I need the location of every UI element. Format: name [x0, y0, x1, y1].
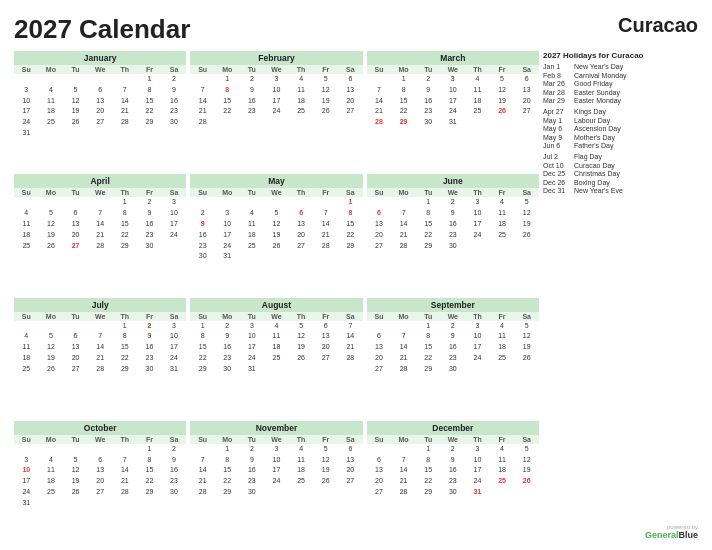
day-header-mo: Mo — [391, 65, 416, 74]
day-cell: 28 — [313, 240, 338, 251]
month-header-may: May — [190, 174, 362, 188]
holiday-name: Curacao Day — [574, 162, 615, 169]
day-cell — [39, 498, 64, 509]
day-cell: 24 — [465, 476, 490, 487]
day-cell — [289, 487, 314, 498]
day-cell: 24 — [441, 106, 466, 117]
day-cell: 30 — [416, 117, 441, 128]
day-header-fr: Fr — [137, 312, 162, 321]
day-cell — [137, 498, 162, 509]
day-cell: 29 — [137, 487, 162, 498]
day-cell: 12 — [490, 85, 515, 96]
day-cell — [338, 251, 363, 262]
day-cell: 28 — [190, 117, 215, 128]
day-cell: 4 — [289, 74, 314, 85]
day-cell: 25 — [14, 240, 39, 251]
day-header-sa: Sa — [162, 435, 187, 444]
day-header-su: Su — [14, 312, 39, 321]
day-cell: 24 — [14, 487, 39, 498]
day-cell: 3 — [14, 85, 39, 96]
day-cell: 18 — [289, 96, 314, 107]
day-cell: 5 — [39, 331, 64, 342]
day-cell: 22 — [190, 353, 215, 364]
day-cell: 24 — [240, 353, 265, 364]
day-header-su: Su — [367, 435, 392, 444]
month-header-september: September — [367, 298, 539, 312]
day-cell: 14 — [313, 219, 338, 230]
day-cell: 26 — [289, 353, 314, 364]
day-cell: 18 — [14, 230, 39, 241]
holiday-name: Kings Day — [574, 108, 606, 115]
day-cell: 9 — [162, 455, 187, 466]
day-cell: 10 — [465, 331, 490, 342]
holiday-item: Apr 27Kings Day — [543, 108, 698, 115]
day-cell: 28 — [112, 487, 137, 498]
day-cell: 25 — [490, 353, 515, 364]
holiday-item: Jan 1New Year's Day — [543, 63, 698, 70]
day-cell: 21 — [391, 230, 416, 241]
day-cell: 15 — [338, 219, 363, 230]
day-cell: 3 — [240, 321, 265, 332]
month-june: JuneSuMoTuWeThFrSa1234567891011121314151… — [367, 174, 539, 293]
day-cell: 17 — [264, 96, 289, 107]
day-header-th: Th — [112, 188, 137, 197]
day-header-th: Th — [465, 65, 490, 74]
day-cell: 12 — [63, 465, 88, 476]
day-cell — [112, 444, 137, 455]
day-cell: 1 — [190, 321, 215, 332]
day-cell: 30 — [162, 487, 187, 498]
day-cell: 10 — [465, 208, 490, 219]
day-cell: 22 — [416, 476, 441, 487]
day-cell: 10 — [14, 96, 39, 107]
day-cell: 8 — [215, 455, 240, 466]
day-cell: 28 — [88, 240, 113, 251]
day-cell: 8 — [391, 85, 416, 96]
day-cell: 21 — [88, 353, 113, 364]
day-cell: 10 — [162, 208, 187, 219]
day-header-su: Su — [367, 312, 392, 321]
day-cell — [240, 251, 265, 262]
day-cell — [215, 197, 240, 208]
day-headers-row: SuMoTuWeThFrSa — [367, 312, 539, 321]
day-cell: 17 — [14, 106, 39, 117]
day-cell — [88, 498, 113, 509]
holidays-container: Jan 1New Year's DayFeb 8Carnival MondayM… — [543, 63, 698, 194]
day-cell: 24 — [162, 353, 187, 364]
month-november: NovemberSuMoTuWeThFrSa123456789101112131… — [190, 421, 362, 540]
day-cell — [313, 197, 338, 208]
day-header-th: Th — [465, 312, 490, 321]
day-cell: 25 — [289, 106, 314, 117]
day-header-su: Su — [190, 65, 215, 74]
holiday-name: New Year's Day — [574, 63, 623, 70]
day-cell: 24 — [14, 117, 39, 128]
day-cell: 7 — [112, 455, 137, 466]
day-cell: 25 — [264, 353, 289, 364]
month-header-august: August — [190, 298, 362, 312]
day-cell — [338, 117, 363, 128]
day-cell — [367, 444, 392, 455]
day-headers-row: SuMoTuWeThFrSa — [14, 435, 186, 444]
month-september: SeptemberSuMoTuWeThFrSa12345678910111213… — [367, 298, 539, 417]
day-cell: 18 — [39, 106, 64, 117]
day-cell: 2 — [162, 74, 187, 85]
day-cell: 9 — [441, 331, 466, 342]
day-cell: 12 — [39, 219, 64, 230]
day-headers-row: SuMoTuWeThFrSa — [190, 435, 362, 444]
holiday-name: Flag Day — [574, 153, 602, 160]
day-cell — [39, 321, 64, 332]
day-header-fr: Fr — [313, 188, 338, 197]
day-cell: 21 — [367, 106, 392, 117]
holiday-item: Jun 6Father's Day — [543, 142, 698, 149]
day-cell: 1 — [416, 444, 441, 455]
day-cell: 22 — [215, 476, 240, 487]
day-cell: 29 — [416, 487, 441, 498]
day-header-we: We — [441, 65, 466, 74]
day-cell — [367, 321, 392, 332]
day-cell: 23 — [441, 230, 466, 241]
day-header-mo: Mo — [39, 312, 64, 321]
day-cell: 17 — [240, 342, 265, 353]
day-cell: 12 — [514, 208, 539, 219]
day-cell — [63, 74, 88, 85]
day-cell: 27 — [313, 353, 338, 364]
day-cell: 25 — [14, 364, 39, 375]
